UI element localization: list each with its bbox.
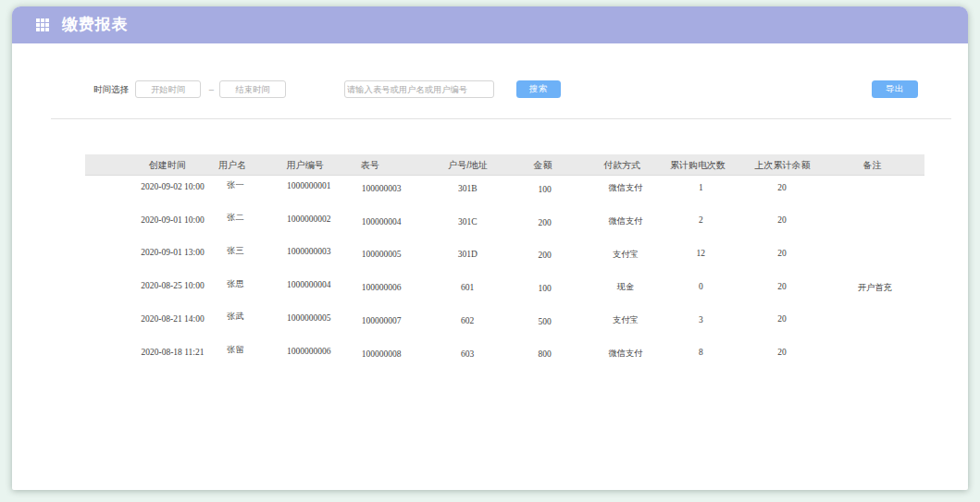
column-header-payment-method: 付款方式 [603, 154, 640, 176]
page-title: 缴费报表 [62, 14, 128, 36]
column-header-previous-balance: 上次累计余额 [755, 154, 811, 176]
column-header-user-id: 用户编号 [287, 154, 324, 176]
search-input[interactable] [344, 80, 494, 98]
column-header-account-address: 户号/地址 [448, 154, 488, 176]
start-time-input[interactable] [135, 80, 201, 98]
column-header-remark: 备注 [863, 154, 882, 176]
column-header-purchase-count: 累计购电次数 [670, 154, 726, 176]
table-header-row: 创建时间 用户名 用户编号 表号 户号/地址 金额 付款方式 累计购电次数 上次… [85, 154, 924, 176]
grid-icon [36, 18, 49, 31]
column-header-created-time: 创建时间 [149, 154, 186, 176]
time-range-label: 时间选择 [93, 80, 129, 98]
range-separator-dash: – [205, 80, 218, 98]
export-button[interactable]: 导出 [872, 80, 918, 98]
titlebar: 缴费报表 [12, 6, 968, 43]
column-header-amount: 金额 [534, 154, 552, 176]
column-header-username: 用户名 [218, 154, 246, 176]
end-time-input[interactable] [219, 80, 286, 98]
report-card: 缴费报表 时间选择 – 搜索 导出 创建时间 用户名 用户编号 表号 户号/地址… [12, 6, 968, 490]
search-button[interactable]: 搜索 [516, 80, 561, 98]
filter-divider [51, 118, 951, 119]
column-header-meter-no: 表号 [361, 154, 379, 176]
